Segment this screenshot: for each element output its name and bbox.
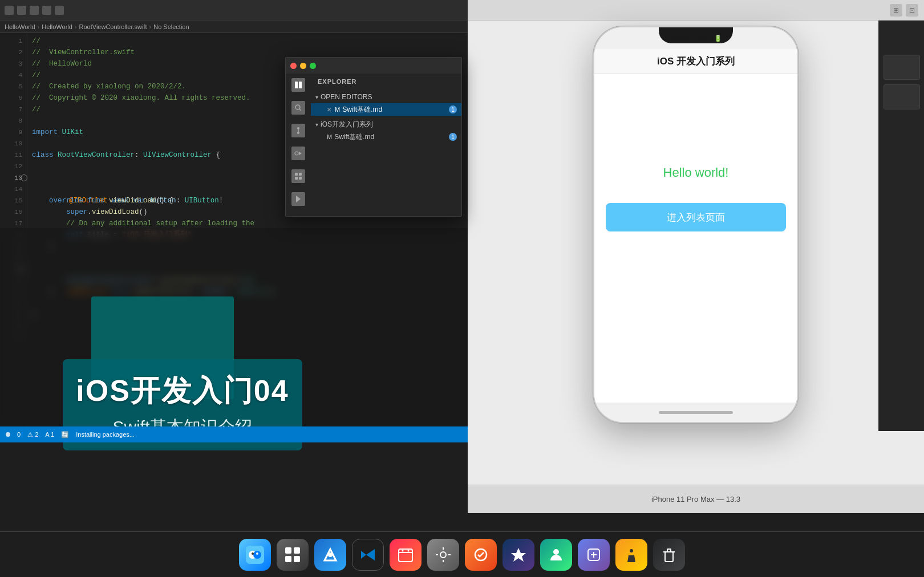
file-badge-1: 1 (449, 105, 457, 113)
dock-app-orange[interactable] (465, 539, 497, 571)
dock-calendar[interactable] (390, 539, 422, 571)
toolbar-icon-4[interactable] (42, 6, 51, 15)
breakpoint-circle-13[interactable] (21, 174, 27, 181)
dock-app-purple[interactable] (502, 539, 534, 571)
vscode-sidebar-content: EXPLORER ▾ OPEN EDITORS ✕ M Swift基础.md 1… (311, 74, 461, 216)
battery-icon: 🔋 (714, 35, 722, 42)
svg-rect-21 (285, 556, 291, 562)
iphone-home-indicator (594, 403, 797, 422)
file-icon-md-2: M (327, 133, 332, 140)
svg-point-17 (252, 552, 254, 555)
explorer-activity-icon[interactable] (291, 78, 305, 92)
iphone-nav-title: iOS 开发入门系列 (657, 55, 735, 68)
svg-rect-0 (295, 82, 298, 88)
svg-point-7 (295, 152, 298, 155)
open-editors-section: ▾ OPEN EDITORS ✕ M Swift基础.md 1 (311, 90, 461, 117)
vscode-activity-bar (286, 74, 311, 216)
dock-launchpad[interactable] (277, 539, 309, 571)
ios-folder-label: iOS开发入门系列 (321, 120, 373, 129)
dock-finder[interactable] (239, 539, 271, 571)
simulator-bottom-bar: iPhone 11 Pro Max — 13.3 (468, 485, 924, 513)
breadcrumb-part3[interactable]: RootViewController.swift (79, 23, 147, 30)
iphone-screen: iOS 开发入门系列 Hello world! 进入列表页面 (594, 49, 797, 403)
status-installing: 🔄 (61, 431, 69, 438)
iphone-notch-area: 11:32 ▪▪▪ WiFi 🔋 (594, 27, 797, 49)
inspector-thumb-1 (884, 55, 920, 80)
maximize-button[interactable] (310, 63, 316, 69)
open-editor-filename1: Swift基础.md (342, 105, 382, 115)
ios-folder-section: ▾ iOS开发入门系列 M Swift基础.md 1 (311, 117, 461, 144)
debug-activity-icon[interactable] (291, 147, 305, 160)
dock-xcode[interactable] (314, 539, 346, 571)
sim-toolbar-btn-1[interactable]: ⊞ (890, 4, 902, 17)
extensions-activity-icon[interactable] (291, 169, 305, 183)
dock-app-yellow[interactable] (615, 539, 647, 571)
sim-toolbar-btn-2[interactable]: ⊡ (906, 4, 918, 17)
iphone-time: 11:32 (670, 34, 690, 43)
svg-rect-22 (294, 556, 300, 562)
explorer-header: EXPLORER (311, 74, 461, 90)
svg-rect-12 (299, 177, 302, 180)
svg-point-4 (297, 127, 299, 129)
breadcrumb: HelloWorld › HelloWorld › RootViewContro… (0, 21, 468, 33)
xcode-status-bar: 0 ⚠ 2 A 1 🔄 Installing packages... (0, 426, 468, 442)
status-warning-count: ⚠ 2 (27, 431, 38, 438)
svg-rect-11 (295, 177, 298, 180)
simulator-device-label: iPhone 11 Pro Max — 13.3 (651, 495, 740, 503)
breadcrumb-part4: No Selection (153, 23, 189, 30)
simulator-window: ⊞ ⊡ 11:32 ▪▪▪ WiFi 🔋 (468, 0, 924, 513)
svg-point-31 (553, 549, 559, 555)
vscode-explorer-panel: EXPLORER ▾ OPEN EDITORS ✕ M Swift基础.md 1… (285, 57, 462, 217)
svg-point-18 (256, 552, 258, 555)
status-installing-text: Installing packages... (76, 431, 135, 438)
open-editor-file1[interactable]: ✕ M Swift基础.md 1 (311, 103, 461, 116)
toolbar-icon-2[interactable] (17, 6, 26, 15)
svg-rect-19 (285, 547, 291, 554)
dock-trash[interactable] (653, 539, 685, 571)
ios-folder-file1[interactable]: M Swift基础.md 1 (311, 131, 461, 143)
macos-dock (0, 531, 924, 577)
iphone-device: 11:32 ▪▪▪ WiFi 🔋 iOS 开发入门系列 Hello world!… (593, 26, 799, 423)
toolbar-icon-3[interactable] (30, 6, 39, 15)
dock-system-prefs[interactable] (427, 539, 459, 571)
dock-app-green[interactable] (540, 539, 572, 571)
toolbar-icon-5[interactable] (55, 6, 64, 15)
status-error-count: 0 (17, 431, 21, 438)
file-badge-2: 1 (449, 133, 457, 141)
video-title-main: iOS开发入门04 (76, 371, 289, 411)
open-editors-toggle[interactable]: ▾ OPEN EDITORS (311, 91, 461, 103)
svg-point-5 (297, 132, 299, 134)
list-page-button[interactable]: 进入列表页面 (606, 203, 786, 231)
search-activity-icon[interactable] (291, 101, 305, 115)
vscode-body: EXPLORER ▾ OPEN EDITORS ✕ M Swift基础.md 1… (286, 74, 461, 216)
status-info: A 1 (45, 431, 54, 438)
folder-filename1: Swift基础.md (334, 132, 374, 142)
dock-vscode[interactable] (352, 539, 384, 571)
dock-app-indigo[interactable] (578, 539, 610, 571)
status-dot-1 (6, 432, 10, 437)
breadcrumb-part2[interactable]: HelloWorld (42, 23, 72, 30)
close-button[interactable] (290, 63, 297, 69)
xcode-inspector-panel (878, 21, 924, 431)
close-icon[interactable]: ✕ (327, 107, 331, 113)
iphone-status-bar: 11:32 ▪▪▪ WiFi 🔋 (658, 32, 733, 44)
svg-point-27 (402, 550, 404, 551)
open-editors-label: OPEN EDITORS (321, 93, 372, 101)
iphone-status-icons: ▪▪▪ WiFi 🔋 (690, 35, 722, 42)
simulator-content: 11:32 ▪▪▪ WiFi 🔋 iOS 开发入门系列 Hello world!… (593, 21, 799, 485)
inspector-thumb-2 (884, 84, 920, 109)
toolbar-icon-1[interactable] (5, 6, 14, 15)
run-activity-icon[interactable] (291, 192, 305, 206)
chevron-down-icon: ▾ (315, 94, 318, 100)
chevron-down-icon-2: ▾ (315, 121, 318, 128)
ios-folder-toggle[interactable]: ▾ iOS开发入门系列 (311, 118, 461, 131)
hello-world-label: Hello world! (663, 165, 729, 180)
iphone-nav-bar: iOS 开发入门系列 (594, 49, 797, 74)
git-activity-icon[interactable] (291, 124, 305, 137)
svg-marker-13 (296, 196, 301, 202)
minimize-button[interactable] (300, 63, 306, 69)
signal-icon: ▪▪▪ (690, 35, 697, 42)
svg-rect-9 (295, 173, 298, 176)
svg-point-2 (295, 105, 300, 109)
breadcrumb-part1[interactable]: HelloWorld (5, 23, 35, 30)
